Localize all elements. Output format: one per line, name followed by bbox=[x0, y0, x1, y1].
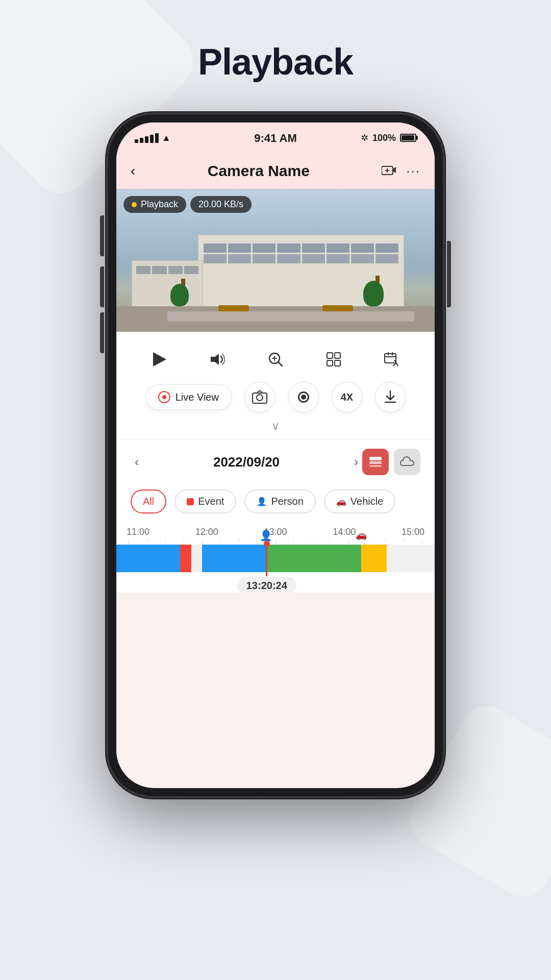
tree-1 bbox=[178, 279, 189, 306]
local-storage-button[interactable] bbox=[362, 449, 389, 475]
playhead[interactable]: 13:20:24 bbox=[266, 541, 267, 576]
playback-badge-text: Playback bbox=[141, 199, 178, 210]
svg-rect-9 bbox=[327, 353, 333, 358]
phone-frame: ▲ 9:41 AM ✲ 100% ‹ Camera Name bbox=[107, 113, 444, 797]
filter-vehicle-button[interactable]: 🚗 Vehicle bbox=[324, 489, 396, 513]
bluetooth-icon: ✲ bbox=[361, 132, 368, 143]
grid-icon bbox=[327, 352, 341, 366]
page-title: Playback bbox=[198, 41, 353, 83]
pavement bbox=[167, 311, 414, 322]
nav-icons: ··· bbox=[382, 163, 420, 179]
timeline-bar-yellow bbox=[361, 545, 387, 572]
date-icons bbox=[362, 449, 420, 475]
download-button[interactable] bbox=[375, 382, 406, 412]
person-marker: 👤 bbox=[260, 529, 272, 542]
battery-percent: 100% bbox=[372, 133, 396, 143]
cloud-icon bbox=[400, 456, 414, 468]
back-button[interactable]: ‹ bbox=[131, 163, 135, 179]
signal-icon bbox=[135, 133, 159, 143]
play-icon bbox=[153, 352, 166, 366]
more-options-button[interactable]: ··· bbox=[406, 163, 420, 179]
timeline-bar-blue-2 bbox=[202, 545, 266, 572]
filter-all-button[interactable]: All bbox=[131, 489, 166, 513]
video-area: Playback 20.00 KB/s bbox=[116, 189, 435, 332]
grid-button[interactable] bbox=[319, 345, 348, 374]
svg-marker-4 bbox=[211, 354, 219, 365]
playback-badge: Playback bbox=[123, 196, 186, 213]
speed-button[interactable]: 4X bbox=[332, 382, 362, 412]
date-nav: ‹ 2022/09/20 › bbox=[116, 439, 435, 484]
vehicle-icon: 🚗 bbox=[336, 497, 346, 506]
controls-area: Live View 4X bbox=[116, 332, 435, 439]
timeline-bars[interactable]: 👤 🚗 13:20:24 bbox=[116, 545, 435, 572]
icon-control-row bbox=[131, 341, 420, 378]
battery-icon bbox=[400, 134, 416, 142]
volume-icon bbox=[210, 353, 225, 366]
phone-screen: ▲ 9:41 AM ✲ 100% ‹ Camera Name bbox=[116, 122, 435, 788]
status-right: ✲ 100% bbox=[361, 132, 416, 143]
storage-icon bbox=[369, 456, 382, 468]
wifi-icon: ▲ bbox=[162, 133, 171, 143]
current-date: 2022/09/20 bbox=[143, 454, 350, 470]
filter-all-label: All bbox=[143, 496, 154, 507]
prev-date-button[interactable]: ‹ bbox=[131, 453, 143, 471]
timeline-container[interactable]: 11:00 12:00 13:00 14:00 15:00 bbox=[116, 523, 435, 593]
nav-bar: ‹ Camera Name ··· bbox=[116, 153, 435, 189]
tick-row bbox=[127, 540, 424, 544]
person-timeline-icon: 👤 bbox=[260, 530, 272, 541]
status-left: ▲ bbox=[135, 133, 171, 143]
record-button[interactable] bbox=[288, 382, 319, 412]
filter-person-button[interactable]: 👤 Person bbox=[244, 489, 315, 513]
svg-rect-12 bbox=[335, 360, 340, 366]
event-dot bbox=[187, 498, 194, 505]
record-icon bbox=[298, 391, 309, 403]
svg-rect-11 bbox=[327, 360, 333, 366]
svg-rect-25 bbox=[369, 465, 382, 467]
video-badges: Playback 20.00 KB/s bbox=[123, 196, 252, 213]
action-row: Live View 4X bbox=[131, 378, 420, 416]
snapshot-button[interactable] bbox=[377, 345, 406, 374]
svg-rect-13 bbox=[385, 354, 396, 363]
person-icon: 👤 bbox=[257, 497, 267, 506]
svg-line-6 bbox=[278, 362, 282, 366]
cloud-storage-button[interactable] bbox=[394, 449, 420, 475]
filter-row: All Event 👤 Person 🚗 Vehicle bbox=[116, 484, 435, 523]
filter-event-button[interactable]: Event bbox=[174, 489, 236, 513]
tl-label-1: 12:00 bbox=[195, 527, 218, 537]
filter-person-label: Person bbox=[271, 496, 303, 507]
filter-event-label: Event bbox=[198, 496, 224, 507]
bench-1 bbox=[218, 305, 249, 311]
status-time: 9:41 AM bbox=[254, 132, 297, 145]
status-bar: ▲ 9:41 AM ✲ 100% bbox=[116, 122, 435, 153]
svg-rect-10 bbox=[335, 353, 340, 358]
tl-label-4: 15:00 bbox=[402, 527, 424, 537]
add-camera-button[interactable] bbox=[382, 164, 396, 178]
bench-2 bbox=[322, 305, 353, 311]
tl-label-3: 14:00 bbox=[333, 527, 356, 537]
live-view-icon bbox=[158, 391, 170, 403]
badge-dot bbox=[132, 202, 137, 207]
photo-button[interactable] bbox=[244, 382, 275, 412]
tree-2 bbox=[371, 276, 384, 306]
next-date-button[interactable]: › bbox=[350, 453, 362, 471]
vehicle-marker: 🚗 bbox=[356, 529, 367, 541]
timeline-ruler: 11:00 12:00 13:00 14:00 15:00 bbox=[116, 523, 435, 544]
svg-rect-24 bbox=[369, 461, 382, 464]
tl-label-0: 11:00 bbox=[127, 527, 149, 537]
zoom-button[interactable] bbox=[261, 345, 290, 374]
play-button[interactable] bbox=[145, 345, 174, 374]
timeline-bar-red bbox=[180, 545, 191, 572]
vehicle-timeline-icon: 🚗 bbox=[356, 530, 367, 540]
zoom-icon bbox=[268, 352, 283, 367]
speed-badge: 20.00 KB/s bbox=[190, 196, 252, 213]
download-icon bbox=[383, 390, 397, 404]
collapse-button[interactable]: ∨ bbox=[131, 416, 420, 434]
volume-button[interactable] bbox=[203, 345, 232, 374]
svg-rect-23 bbox=[369, 457, 382, 460]
live-view-label: Live View bbox=[176, 391, 219, 403]
timeline-labels: 11:00 12:00 13:00 14:00 15:00 bbox=[127, 527, 424, 537]
live-view-button[interactable]: Live View bbox=[145, 384, 232, 410]
timeline-bar-green bbox=[266, 545, 361, 572]
current-time-badge: 13:20:24 bbox=[237, 577, 296, 593]
camera-name-title: Camera Name bbox=[143, 162, 373, 180]
